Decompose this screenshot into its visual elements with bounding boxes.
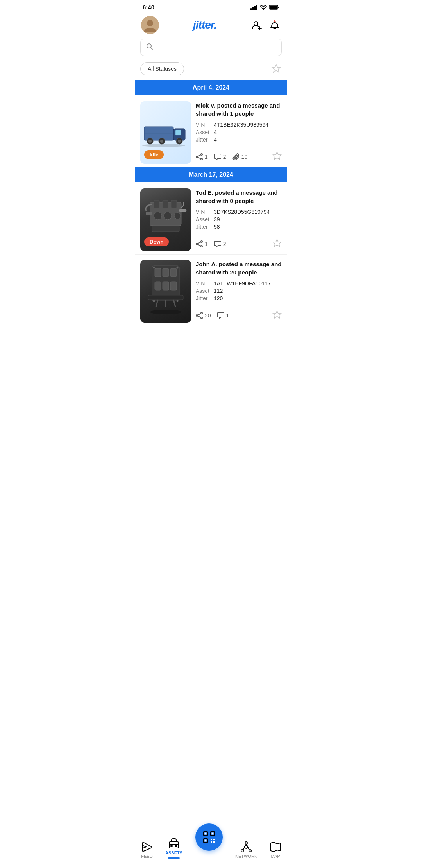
scan-icon: [202, 830, 216, 844]
signal-icon: [250, 5, 257, 10]
search-box: [140, 39, 282, 56]
jitter-row-1: Jitter 4: [196, 136, 282, 143]
card-image-2[interactable]: Down: [140, 188, 191, 251]
favorite-star-icon: [272, 151, 282, 161]
svg-rect-86: [213, 841, 215, 843]
svg-point-14: [274, 20, 275, 22]
attachment-button-1[interactable]: 10: [232, 153, 248, 160]
svg-rect-81: [211, 833, 213, 835]
feed-icon: [141, 841, 152, 852]
svg-rect-54: [170, 268, 177, 277]
search-input[interactable]: [157, 44, 276, 51]
svg-point-26: [178, 140, 181, 143]
svg-rect-56: [163, 282, 169, 290]
svg-marker-72: [273, 311, 281, 318]
asset-row-1: Asset 4: [196, 129, 282, 135]
svg-rect-3: [256, 5, 257, 10]
status-badge-idle: Idle: [144, 150, 164, 159]
share-button-1[interactable]: 1: [196, 153, 208, 160]
content-scroll: April 4, 2024: [135, 80, 287, 365]
assets-icon: [168, 838, 179, 849]
status-badge-down: Down: [144, 237, 169, 246]
truck-svg: [142, 117, 189, 148]
comment-icon: [214, 153, 221, 160]
card-actions-2: 1 2: [196, 235, 282, 254]
share-button-3[interactable]: 20: [196, 312, 211, 319]
svg-rect-83: [211, 839, 212, 840]
favorite-star-icon-2: [272, 239, 282, 248]
svg-point-58: [153, 267, 155, 269]
battery-icon: [269, 5, 279, 10]
search-container: [135, 39, 287, 61]
status-icons: [250, 5, 279, 10]
svg-line-71: [198, 316, 201, 317]
jitter-row-2: Jitter 58: [196, 224, 282, 230]
star-icon: [271, 64, 281, 74]
card-meta-2: VIN 3D7KS28D55G819794 Asset 39 Jitter 58: [196, 209, 282, 230]
svg-rect-0: [250, 8, 252, 10]
svg-rect-80: [204, 833, 206, 835]
favorite-button-3[interactable]: [272, 310, 282, 321]
svg-rect-53: [163, 268, 169, 277]
nav-item-feed[interactable]: FEED: [137, 841, 156, 859]
card-image-3[interactable]: [140, 260, 191, 323]
svg-marker-94: [271, 842, 280, 852]
add-user-icon: [252, 20, 262, 30]
feed-label: FEED: [141, 854, 152, 859]
scan-button[interactable]: [195, 823, 223, 851]
card-meta-3: VIN 1ATTW1EF9DFA10117 Asset 112 Jitter 1…: [196, 280, 282, 301]
favorites-star-button[interactable]: [271, 63, 282, 74]
svg-rect-43: [146, 212, 152, 215]
vin-row-1: VIN 4T1BE32K35U989594: [196, 122, 282, 128]
wifi-icon: [260, 5, 267, 10]
card-actions-3: 20 1: [196, 306, 282, 326]
card-content-1: Mick V. posted a message and shared with…: [196, 101, 282, 167]
map-icon: [270, 841, 281, 852]
svg-point-41: [164, 212, 172, 220]
attachment-icon: [232, 153, 240, 160]
svg-rect-52: [155, 268, 161, 277]
vin-row-2: VIN 3D7KS28D55G819794: [196, 209, 282, 215]
add-user-button[interactable]: [250, 19, 263, 31]
comment-button-3[interactable]: 1: [217, 312, 229, 319]
asset-row-2: Asset 39: [196, 216, 282, 222]
comment-icon-2: [214, 240, 221, 247]
svg-rect-6: [278, 7, 279, 8]
favorite-button-2[interactable]: [272, 239, 282, 249]
svg-marker-50: [273, 239, 281, 247]
asset-row-3: Asset 112: [196, 288, 282, 294]
comment-button-1[interactable]: 2: [214, 153, 226, 160]
notifications-button[interactable]: [268, 19, 281, 31]
nav-item-network[interactable]: NETWORK: [231, 841, 261, 859]
vin-row-3: VIN 1ATTW1EF9DFA10117: [196, 280, 282, 287]
nav-item-scan[interactable]: [191, 823, 227, 859]
svg-point-66: [150, 310, 181, 314]
card-title-2: Tod E. posted a message and shared with …: [196, 188, 282, 205]
comment-button-2[interactable]: 2: [214, 240, 226, 247]
nav-item-map[interactable]: MAP: [266, 841, 285, 859]
date-separator-april: April 4, 2024: [135, 80, 287, 95]
share-button-2[interactable]: 1: [196, 240, 208, 247]
svg-point-40: [154, 212, 162, 220]
card-content-2: Tod E. posted a message and shared with …: [196, 188, 282, 254]
status-bar: 6:40: [135, 0, 287, 13]
svg-rect-37: [163, 200, 168, 208]
svg-point-24: [160, 140, 163, 143]
avatar[interactable]: [141, 16, 159, 34]
status-filter-button[interactable]: All Statuses: [140, 62, 184, 75]
assets-label: ASSETS: [165, 850, 182, 855]
app-logo: jitter.: [193, 19, 216, 31]
header: jitter.: [135, 13, 287, 39]
svg-point-42: [174, 213, 181, 219]
favorite-button-1[interactable]: [272, 151, 282, 162]
card-image-1[interactable]: Idle: [140, 101, 191, 164]
svg-line-48: [198, 242, 201, 244]
card-title-3: John A. posted a message and shared with…: [196, 260, 282, 276]
svg-marker-17: [272, 65, 281, 72]
engine-svg-2: [142, 262, 189, 321]
nav-item-assets[interactable]: ASSETS: [161, 838, 186, 859]
svg-point-61: [177, 300, 179, 302]
card-content-3: John A. posted a message and shared with…: [196, 260, 282, 326]
card-actions-1: 1 2 10: [196, 147, 282, 167]
svg-point-59: [177, 267, 179, 269]
